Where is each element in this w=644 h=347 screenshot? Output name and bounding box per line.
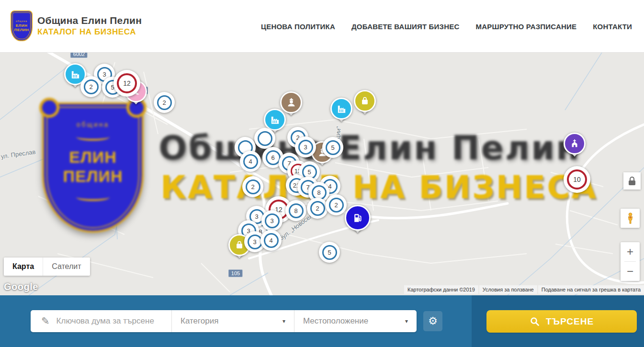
pegman-icon: [624, 212, 637, 225]
zoom-out-button[interactable]: −: [621, 262, 640, 281]
location-dropdown-label: Местоположение: [303, 316, 368, 326]
main-nav: ЦЕНОВА ПОЛИТИКА ДОБАВЕТЕ ВАШИЯТ БИЗНЕС М…: [261, 0, 632, 53]
pencil-icon: ✎: [41, 315, 50, 327]
keyword-field-wrap: ✎: [31, 310, 171, 332]
page: община ЕЛИН ПЕЛИН Община Елин Пелин КАТА…: [0, 0, 644, 347]
category-dropdown-label: Категория: [181, 316, 218, 326]
search-button-label: ТЪРСЕНЕ: [546, 316, 594, 327]
header: община ЕЛИН ПЕЛИН Община Елин Пелин КАТА…: [0, 0, 644, 53]
cluster-marker[interactable]: [254, 128, 275, 149]
map-type-control: Карта Сателит: [4, 257, 90, 276]
bag-icon: [354, 90, 376, 112]
factory-icon: [264, 109, 286, 131]
category-dropdown[interactable]: Категория ▾: [171, 310, 294, 332]
lock-button[interactable]: [623, 172, 641, 190]
chevron-down-icon: ▾: [282, 318, 285, 325]
map-type-satellite-button[interactable]: Сателит: [43, 257, 90, 276]
crest-name-1: ЕЛИН: [16, 23, 27, 28]
logo-text: Община Елин Пелин КАТАЛОГ НА БИЗНЕСА: [37, 15, 142, 37]
site-title: Община Елин Пелин: [37, 15, 142, 26]
site-logo[interactable]: община ЕЛИН ПЕЛИН Община Елин Пелин КАТА…: [11, 11, 142, 41]
nav-item-contacts[interactable]: КОНТАКТИ: [593, 22, 632, 31]
crest-name-2: ПЕЛИН: [14, 28, 29, 32]
nav-item-pricing[interactable]: ЦЕНОВА ПОЛИТИКА: [261, 22, 335, 31]
cluster-marker[interactable]: 4: [240, 151, 261, 172]
cluster-marker[interactable]: 2: [154, 92, 175, 113]
cluster-marker[interactable]: 2: [242, 176, 263, 197]
keyword-search-input[interactable]: [56, 316, 162, 326]
cluster-marker[interactable]: 8: [285, 200, 306, 221]
cluster-marker[interactable]: 12: [113, 70, 140, 97]
cluster-marker[interactable]: 2: [307, 198, 328, 219]
chevron-down-icon: ▾: [405, 318, 408, 325]
map-type-map-button[interactable]: Карта: [4, 257, 43, 276]
cluster-marker[interactable]: 4: [260, 230, 282, 251]
google-map[interactable]: община ЕЛИН ПЕЛИН Община Елин Пелин КАТА…: [0, 53, 644, 295]
municipality-crest-icon: община ЕЛИН ПЕЛИН: [11, 11, 33, 41]
location-dropdown[interactable]: Местоположение ▾: [294, 310, 417, 332]
cluster-marker[interactable]: 3: [261, 210, 282, 231]
zoom-in-button[interactable]: +: [621, 242, 640, 261]
search-button[interactable]: ТЪРСЕНЕ: [486, 310, 637, 333]
church-icon: [564, 133, 586, 155]
site-subtitle: КАТАЛОГ НА БИЗНЕСА: [37, 27, 142, 37]
markers-layer: 32512223564713522174812822833334510: [0, 53, 644, 295]
lock-icon: [630, 177, 634, 180]
map-attribution: Картографски данни ©2019 Условия за полз…: [404, 285, 644, 294]
zoom-control: + −: [621, 242, 640, 281]
attribution-terms-link[interactable]: Условия за ползване: [479, 285, 537, 294]
attribution-report-link[interactable]: Подаване на сигнал за грешка в картата: [538, 285, 644, 294]
cluster-marker[interactable]: 2: [80, 76, 102, 97]
search-icon: [530, 316, 540, 327]
cluster-marker[interactable]: 3: [295, 136, 316, 157]
search-bar: ✎ Категория ▾ Местоположение ▾ ⚙ ТЪРСЕНЕ: [0, 295, 644, 347]
crest-top-text: община: [16, 20, 27, 22]
factory-icon: [330, 98, 352, 120]
cluster-marker[interactable]: 5: [319, 242, 340, 263]
fuel-icon: [345, 205, 371, 231]
search-box: ✎ Категория ▾ Местоположение ▾: [31, 310, 417, 332]
worker-icon: [280, 91, 302, 113]
cluster-marker[interactable]: 2: [326, 194, 347, 215]
gear-icon: ⚙: [428, 315, 438, 327]
google-logo[interactable]: Google: [4, 281, 38, 292]
attribution-copyright: Картографски данни ©2019: [404, 285, 478, 294]
pegman-street-view-button[interactable]: [621, 209, 640, 228]
nav-item-add-business[interactable]: ДОБАВЕТЕ ВАШИЯТ БИЗНЕС: [351, 22, 459, 31]
nav-item-schedule[interactable]: МАРШРУТНО РАЗПИСАНИЕ: [475, 22, 576, 31]
cluster-marker[interactable]: 10: [564, 166, 590, 193]
advanced-settings-button[interactable]: ⚙: [423, 311, 442, 331]
cluster-marker[interactable]: 5: [322, 137, 343, 158]
